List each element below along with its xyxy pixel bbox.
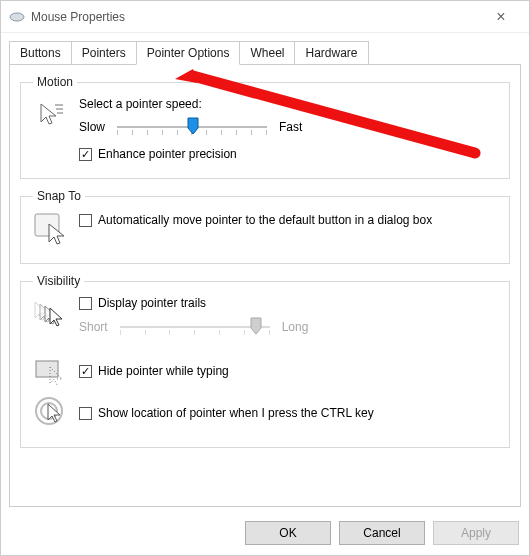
mouse-icon [9, 9, 25, 25]
ok-button[interactable]: OK [245, 521, 331, 545]
trails-short-text: Short [79, 320, 108, 334]
tab-pointers[interactable]: Pointers [71, 41, 137, 64]
pointer-trails-icon [33, 296, 69, 332]
tab-hardware[interactable]: Hardware [294, 41, 368, 64]
speed-slider[interactable] [117, 117, 267, 137]
tab-pointer-options[interactable]: Pointer Options [136, 41, 241, 65]
visibility-group: Visibility Display pointer trails [20, 274, 510, 448]
tab-wheel[interactable]: Wheel [239, 41, 295, 64]
speed-fast-text: Fast [279, 120, 302, 134]
svg-rect-5 [36, 361, 58, 377]
titlebar: Mouse Properties × [1, 1, 529, 33]
motion-group: Motion Select a pointer speed: Slow [20, 75, 510, 179]
trails-slider [120, 317, 270, 337]
snapto-legend: Snap To [33, 189, 85, 203]
hide-typing-icon [33, 353, 69, 389]
pointer-trails-label: Display pointer trails [98, 296, 206, 311]
snapto-label: Automatically move pointer to the defaul… [98, 213, 432, 228]
window-title: Mouse Properties [31, 10, 481, 24]
ctrl-locate-checkbox[interactable]: Show location of pointer when I press th… [79, 406, 374, 421]
check-icon: ✓ [79, 148, 92, 161]
pointer-trails-checkbox[interactable]: Display pointer trails [79, 296, 497, 311]
dialog-buttons: OK Cancel Apply [1, 513, 529, 555]
ctrl-locate-icon [33, 395, 69, 431]
snapto-checkbox[interactable]: Automatically move pointer to the defaul… [79, 211, 432, 228]
cursor-speed-icon [33, 97, 69, 133]
cancel-button[interactable]: Cancel [339, 521, 425, 545]
snapto-group: Snap To Automatically move pointer to th… [20, 189, 510, 264]
check-icon [79, 214, 92, 227]
speed-label: Select a pointer speed: [79, 97, 497, 111]
close-button[interactable]: × [481, 1, 521, 33]
trails-long-text: Long [282, 320, 309, 334]
enhance-precision-checkbox[interactable]: ✓ Enhance pointer precision [79, 147, 497, 162]
mouse-properties-window: Mouse Properties × Buttons Pointers Poin… [0, 0, 530, 556]
visibility-legend: Visibility [33, 274, 84, 288]
speed-slider-thumb[interactable] [187, 117, 199, 135]
check-icon: ✓ [79, 365, 92, 378]
enhance-precision-label: Enhance pointer precision [98, 147, 237, 162]
hide-typing-checkbox[interactable]: ✓ Hide pointer while typing [79, 364, 229, 379]
tab-panel: Motion Select a pointer speed: Slow [9, 64, 521, 507]
speed-slow-text: Slow [79, 120, 105, 134]
tab-strip: Buttons Pointers Pointer Options Wheel H… [1, 41, 529, 64]
apply-button: Apply [433, 521, 519, 545]
hide-typing-label: Hide pointer while typing [98, 364, 229, 379]
tab-buttons[interactable]: Buttons [9, 41, 72, 64]
trails-slider-thumb [250, 317, 262, 335]
motion-legend: Motion [33, 75, 77, 89]
snapto-icon [33, 211, 69, 247]
svg-point-0 [10, 13, 24, 21]
ctrl-locate-label: Show location of pointer when I press th… [98, 406, 374, 421]
check-icon [79, 297, 92, 310]
check-icon [79, 407, 92, 420]
